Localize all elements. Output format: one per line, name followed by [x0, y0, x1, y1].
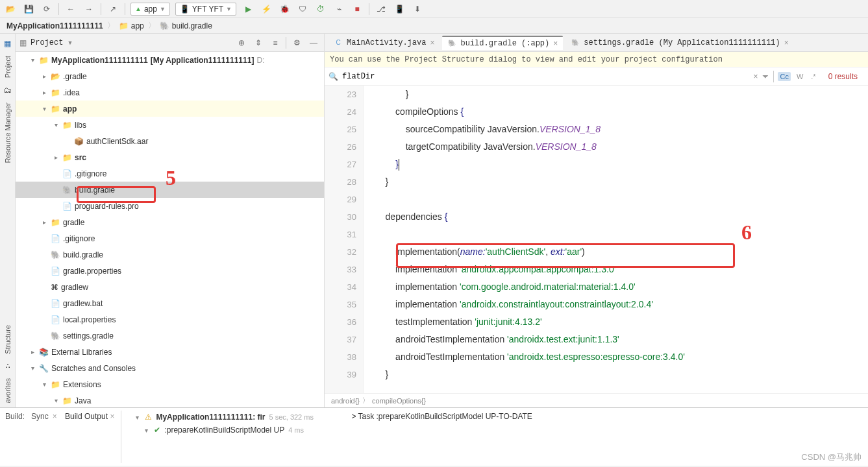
tree-item[interactable]: 📄 .gitignore: [16, 165, 324, 182]
editor-gutter[interactable]: 2324252627282930313233343536373839: [325, 86, 364, 393]
tree-item[interactable]: 📄 proguard-rules.pro: [16, 198, 324, 214]
editor-tabs: CMainActivity.java×🐘build.gradle (:app)×…: [325, 34, 868, 52]
build-tab-output[interactable]: Build Output: [65, 412, 108, 421]
run-config-combo[interactable]: ▲ app ▼: [130, 3, 170, 16]
tree-item[interactable]: ▸📁 gradle: [16, 214, 324, 230]
tree-item[interactable]: ▸📁 .idea: [16, 84, 324, 101]
tree-item[interactable]: ▾📁 MyApplication1111111111 [My Applicati…: [16, 52, 324, 68]
structure-label[interactable]: Structure: [4, 321, 12, 358]
structure-icon[interactable]: ⛬: [4, 361, 12, 370]
build-output-text: > Task :prepareKotlinBuildScriptModel UP…: [351, 412, 532, 421]
tree-item[interactable]: ▾📁 app: [16, 101, 324, 117]
project-mode-icon[interactable]: ▦: [19, 38, 27, 47]
build-tab-sync[interactable]: Sync: [31, 412, 49, 421]
attach-icon[interactable]: ⌁: [332, 3, 345, 16]
project-panel: ▦ Project ▼ ⊕ ⇕ ≡ ⚙ — ▾📁 MyApplication11…: [16, 34, 325, 407]
search-results: 0 results: [822, 72, 864, 81]
tree-item[interactable]: ▸📁 src: [16, 149, 324, 165]
vcs-icon[interactable]: ⎇: [375, 3, 388, 16]
apply-icon[interactable]: ⚡: [260, 3, 273, 16]
tree-item[interactable]: 📦 authClientSdk.aar: [16, 133, 324, 149]
search-input[interactable]: [342, 72, 749, 81]
breadcrumb-item[interactable]: 🐘build.gradle: [160, 21, 212, 30]
build-panel: Build: Sync × Build Output × ▾⚠ MyApplic…: [0, 407, 868, 466]
forward-icon[interactable]: →: [82, 3, 95, 16]
regex-toggle[interactable]: .*: [809, 72, 817, 81]
project-mode-label[interactable]: Project: [31, 38, 63, 47]
project-tool-label[interactable]: Project: [4, 52, 12, 82]
main-toolbar: 📂 💾 ⟳ ← → ↗ ▲ app ▼ 📱 YFT YFT ▼ ▶ ⚡ 🐞 🛡 …: [0, 0, 868, 18]
tree-item[interactable]: 🐘 build.gradle: [16, 182, 324, 198]
editor-tab[interactable]: 🐘build.gradle (:app)×: [442, 36, 563, 50]
collapse-icon[interactable]: ⇕: [252, 36, 265, 49]
tree-item[interactable]: ▾📁 libs: [16, 117, 324, 133]
tree-item[interactable]: ⌘ gradlew: [16, 279, 324, 295]
resource-manager-label[interactable]: Resource Manager: [4, 99, 12, 167]
match-case-toggle[interactable]: Cc: [778, 72, 790, 81]
editor-tab[interactable]: CMainActivity.java×: [329, 36, 440, 50]
open-icon[interactable]: 📂: [4, 3, 17, 16]
filter-icon[interactable]: ⏷: [762, 72, 769, 81]
stop-icon[interactable]: ■: [351, 3, 364, 16]
code-breadcrumbs[interactable]: android{}〉compileOptions{}: [325, 393, 868, 407]
tree-item[interactable]: 📄 gradlew.bat: [16, 295, 324, 311]
back-icon[interactable]: ←: [64, 3, 77, 16]
sdk-icon[interactable]: ⬇: [411, 3, 424, 16]
project-tool-icon[interactable]: ▦: [4, 39, 11, 48]
tree-item[interactable]: ▾📁 Java: [16, 392, 324, 407]
close-icon[interactable]: ×: [430, 38, 434, 47]
project-structure-banner[interactable]: You can use the Project Structure dialog…: [325, 52, 868, 67]
gear-icon[interactable]: ⚙: [290, 36, 303, 49]
hammer-icon[interactable]: ↗: [106, 3, 119, 16]
tree-item[interactable]: ▸📚 External Libraries: [16, 344, 324, 360]
clear-icon[interactable]: ×: [753, 72, 758, 81]
hide-icon[interactable]: —: [307, 36, 320, 49]
tree-item[interactable]: 📄 local.properties: [16, 311, 324, 328]
tree-item[interactable]: ▸📂 .gradle: [16, 68, 324, 84]
save-icon[interactable]: 💾: [22, 3, 35, 16]
run-icon[interactable]: ▶: [242, 3, 254, 16]
build-row[interactable]: ▾⚠ MyApplication1111111111: fir 5 sec, 3…: [125, 411, 345, 424]
build-row[interactable]: ▾✔ :prepareKotlinBuildScriptModel UP 4 m…: [125, 424, 345, 437]
coverage-icon[interactable]: 🛡: [296, 3, 309, 16]
editor-tab[interactable]: 🐘settings.gradle (My Application11111111…: [565, 36, 793, 50]
tree-item[interactable]: 📄 gradle.properties: [16, 263, 324, 279]
target-icon[interactable]: ⊕: [235, 36, 248, 49]
device-combo[interactable]: 📱 YFT YFT ▼: [175, 3, 236, 16]
tree-item[interactable]: ▾🔧 Scratches and Consoles: [16, 360, 324, 376]
refresh-icon[interactable]: ⟳: [40, 3, 53, 16]
tree-item[interactable]: 📄 .gitignore: [16, 230, 324, 246]
tree-item[interactable]: ▾📁 Extensions: [16, 376, 324, 392]
breadcrumb-item[interactable]: 📁app: [119, 21, 144, 30]
resource-manager-icon[interactable]: 🗂: [4, 86, 12, 95]
expand-icon[interactable]: ≡: [269, 36, 282, 49]
words-toggle[interactable]: W: [795, 72, 805, 81]
search-icon: 🔍: [329, 72, 338, 81]
profile-icon[interactable]: ⏱: [314, 3, 327, 16]
avd-icon[interactable]: 📱: [393, 3, 406, 16]
close-icon[interactable]: ×: [553, 39, 558, 48]
tree-item[interactable]: 🐘 settings.gradle: [16, 328, 324, 344]
breadcrumbs: MyApplication1111111111 〉 📁app 〉 🐘build.…: [0, 18, 868, 34]
favorites-label[interactable]: avorites: [4, 374, 12, 407]
project-tree[interactable]: ▾📁 MyApplication1111111111 [My Applicati…: [16, 52, 324, 407]
watermark: CSDN @马兆帅: [801, 451, 862, 463]
tree-item[interactable]: 🐘 build.gradle: [16, 246, 324, 263]
search-bar: 🔍 × ⏷ Cc W .* 0 results: [325, 67, 868, 86]
build-label: Build:: [5, 412, 25, 421]
breadcrumb-item[interactable]: MyApplication1111111111: [6, 21, 103, 30]
close-icon[interactable]: ×: [784, 38, 789, 47]
left-tool-strip: ▦ Project 🗂 Resource Manager Structure ⛬…: [0, 34, 16, 407]
editor-code[interactable]: } compileOptions { sourceCompatibility J…: [364, 86, 868, 393]
debug-icon[interactable]: 🐞: [278, 3, 291, 16]
device-label: YFT YFT: [192, 5, 223, 14]
run-config-label: app: [144, 5, 157, 14]
